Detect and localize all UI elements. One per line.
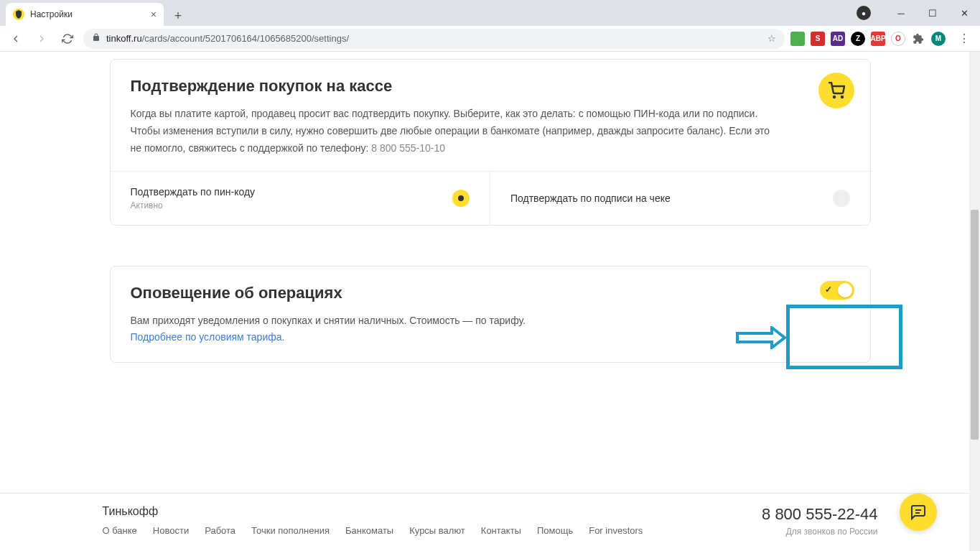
- footer-link-news[interactable]: Новости: [153, 525, 189, 536]
- footer-nav: О банке Новости Работа Точки пополнения …: [103, 525, 643, 536]
- minimize-button[interactable]: ─: [885, 2, 917, 24]
- address-bar[interactable]: tinkoff.ru/cards/account/5201706164/1065…: [83, 29, 785, 49]
- forward-button[interactable]: [32, 29, 52, 49]
- close-window-button[interactable]: ✕: [948, 2, 980, 24]
- extensions-row: S AD Z ABP O М: [790, 32, 948, 46]
- card2-title: Оповещение об операциях: [131, 284, 850, 302]
- option-pin-status: Активно: [131, 200, 256, 210]
- back-button[interactable]: [6, 29, 26, 49]
- extension-5[interactable]: O: [891, 32, 905, 46]
- window-controls: ● ─ ☐ ✕: [857, 0, 980, 26]
- url-path: /cards/account/5201706164/1065685200/set…: [142, 33, 349, 44]
- new-tab-button[interactable]: +: [168, 6, 188, 26]
- extensions-menu-icon[interactable]: [911, 32, 925, 46]
- notifications-toggle[interactable]: ✓: [820, 281, 854, 300]
- svg-point-1: [841, 96, 843, 98]
- bookmark-star-icon[interactable]: ☆: [767, 33, 776, 44]
- support-phone: 8 800 555-10-10: [371, 142, 445, 154]
- maximize-button[interactable]: ☐: [917, 2, 948, 24]
- purchase-confirmation-card: Подтверждение покупок на кассе Когда вы …: [110, 59, 871, 226]
- option-pin-label: Подтверждать по пин-коду: [131, 186, 256, 198]
- option-signature[interactable]: Подтверждать по подписи на чеке: [490, 172, 870, 225]
- page-content: Подтверждение покупок на кассе Когда вы …: [0, 52, 980, 551]
- tab-title: Настройки: [30, 9, 73, 19]
- cart-icon: [818, 73, 854, 108]
- footer-link-jobs[interactable]: Работа: [205, 525, 235, 536]
- radio-inactive-icon: [833, 190, 850, 207]
- svg-point-0: [834, 96, 835, 98]
- card1-desc: Когда вы платите картой, продавец просит…: [131, 106, 850, 157]
- browser-menu-button[interactable]: ⋮: [954, 29, 974, 49]
- extension-4[interactable]: Z: [851, 32, 865, 46]
- option-signature-label: Подтверждать по подписи на чеке: [510, 193, 671, 204]
- confirmation-options: Подтверждать по пин-коду Активно Подтвер…: [111, 171, 870, 225]
- notifications-card: Оповещение об операциях Вам приходят уве…: [110, 266, 871, 363]
- extension-1[interactable]: [790, 32, 805, 46]
- footer-link-help[interactable]: Помощь: [537, 525, 573, 536]
- footer-link-about[interactable]: О банке: [103, 525, 137, 536]
- footer-link-topup[interactable]: Точки пополнения: [251, 525, 330, 536]
- footer-link-contacts[interactable]: Контакты: [481, 525, 521, 536]
- card2-desc: Вам приходят уведомления о покупках и сн…: [131, 312, 850, 345]
- radio-active-icon: [452, 190, 470, 207]
- option-pin[interactable]: Подтверждать по пин-коду Активно: [111, 172, 490, 225]
- footer-link-investors[interactable]: For investors: [589, 525, 643, 536]
- footer-link-atm[interactable]: Банкоматы: [345, 525, 393, 536]
- tariff-link[interactable]: Подробнее по условиям тарифа.: [131, 331, 285, 343]
- card1-title: Подтверждение покупок на кассе: [131, 77, 850, 96]
- profile-avatar[interactable]: М: [931, 32, 946, 46]
- browser-toolbar: tinkoff.ru/cards/account/5201706164/1065…: [0, 26, 980, 52]
- extension-2[interactable]: S: [811, 32, 825, 46]
- check-icon: ✓: [825, 284, 832, 295]
- scrollbar-track[interactable]: [969, 52, 980, 551]
- account-indicator[interactable]: ●: [857, 6, 871, 20]
- footer-link-rates[interactable]: Курсы валют: [409, 525, 465, 536]
- scrollbar-thumb[interactable]: [971, 210, 979, 440]
- footer-phone-sub: Для звонков по России: [762, 527, 877, 537]
- extension-abp[interactable]: ABP: [871, 32, 885, 46]
- lock-icon: [92, 33, 101, 44]
- footer-phone: 8 800 555-22-44: [762, 505, 877, 524]
- tinkoff-favicon: [13, 9, 24, 20]
- footer-brand: Тинькофф: [103, 505, 643, 518]
- close-tab-icon[interactable]: ×: [151, 9, 157, 20]
- url-host: tinkoff.ru: [106, 33, 142, 44]
- browser-tab-bar: Настройки × + ● ─ ☐ ✕: [0, 0, 980, 26]
- browser-tab[interactable]: Настройки ×: [6, 3, 164, 26]
- extension-3[interactable]: AD: [831, 32, 845, 46]
- page-footer: Тинькофф О банке Новости Работа Точки по…: [0, 493, 980, 551]
- reload-button[interactable]: [57, 29, 78, 49]
- chat-button[interactable]: [900, 494, 937, 531]
